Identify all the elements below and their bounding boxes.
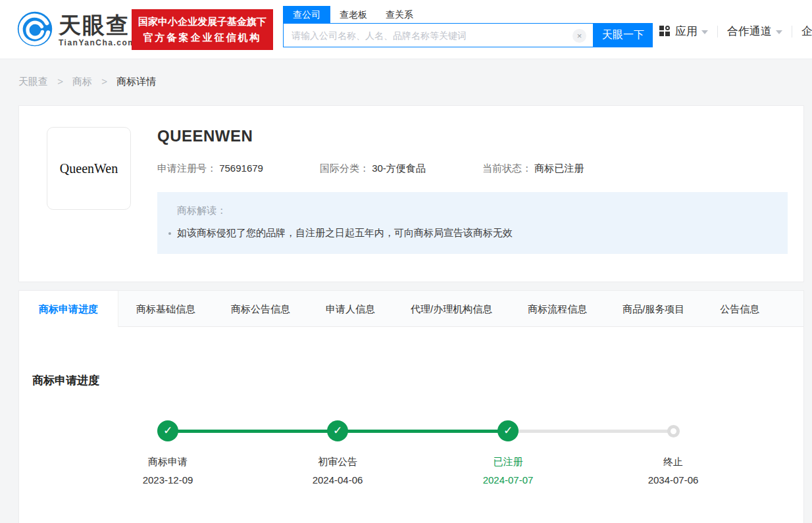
- pending-circle-icon: [667, 425, 680, 437]
- breadcrumb-separator: >: [57, 76, 63, 87]
- logo-domain: TianYanCha.com: [59, 38, 136, 47]
- trademark-summary-card: QueenWen QUEENWEN 申请注册号： 75691679 国际分类： …: [18, 105, 804, 282]
- timeline-step-termination: 终止 2034-07-06: [607, 456, 739, 486]
- divider: [717, 26, 718, 37]
- step-label: 商标申请: [102, 456, 234, 468]
- field-label: 申请注册号：: [157, 162, 216, 174]
- logo-brand: 天眼查: [59, 13, 136, 37]
- nav-enterprise[interactable]: 企: [801, 24, 812, 39]
- trademark-name: QUEENWEN: [157, 127, 788, 145]
- breadcrumb-bar: 天眼查 > 商标 > 商标详情: [0, 59, 812, 105]
- nav-cooperation[interactable]: 合作通道: [727, 24, 782, 39]
- field-label: 当前状态：: [482, 162, 532, 174]
- timeline-step-preliminary: 初审公告 2024-04-06: [272, 456, 403, 486]
- progress-timeline: ✓ ✓ ✓ 商标申请 2023-12-09 初审公告 2024-04-06 已注…: [32, 420, 803, 503]
- timeline-segment-pending: [508, 430, 673, 433]
- header-nav: 应用 合作通道 企: [659, 24, 812, 39]
- field-registration-number: 申请注册号： 75691679: [157, 162, 320, 175]
- badge-line1: 国家中小企业发展子基金旗下: [138, 14, 266, 30]
- nav-enterprise-label: 企: [801, 24, 812, 39]
- tab-announcement-info[interactable]: 商标公告信息: [213, 291, 308, 326]
- tianyancha-logo-icon: [16, 11, 53, 50]
- site-header: 天眼查 TianYanCha.com 国家中小企业发展子基金旗下 官方备案企业征…: [0, 0, 812, 59]
- timeline-step-registered: 已注册 2024-07-07: [442, 456, 574, 486]
- field-label: 国际分类：: [320, 162, 369, 174]
- trademark-detail-card: 商标申请进度 商标基础信息 商标公告信息 申请人信息 代理/办理机构信息 商标流…: [18, 290, 804, 523]
- nav-apps-label: 应用: [675, 24, 698, 39]
- certification-badge: 国家中小企业发展子基金旗下 官方备案企业征信机构: [132, 9, 273, 50]
- tab-agency-info[interactable]: 代理/办理机构信息: [393, 291, 510, 326]
- step-label: 已注册: [442, 456, 574, 468]
- search-tabs: 查公司 查老板 查关系: [283, 6, 653, 23]
- detail-tabstrip: 商标申请进度 商标基础信息 商标公告信息 申请人信息 代理/办理机构信息 商标流…: [19, 291, 803, 327]
- step-date: 2024-07-07: [442, 474, 574, 486]
- chevron-down-icon: [701, 30, 708, 34]
- trademark-fields: 申请注册号： 75691679 国际分类： 30-方便食品 当前状态： 商标已注…: [157, 162, 788, 175]
- tab-applicant-info[interactable]: 申请人信息: [308, 291, 393, 326]
- check-circle-icon: ✓: [327, 420, 348, 441]
- trademark-image: QueenWen: [47, 127, 131, 210]
- breadcrumb: 天眼查 > 商标 > 商标详情: [18, 76, 812, 88]
- step-label: 终止: [607, 456, 739, 468]
- breadcrumb-current: 商标详情: [116, 76, 156, 87]
- timeline-segment-done: [168, 430, 338, 433]
- tab-gazette-info[interactable]: 公告信息: [702, 291, 777, 326]
- search-area: 查公司 查老板 查关系 × 天眼一下: [283, 6, 653, 47]
- tab-goods-services[interactable]: 商品/服务项目: [605, 291, 702, 326]
- field-value: 商标已注册: [534, 162, 584, 174]
- tianyancha-logo[interactable]: 天眼查 TianYanCha.com: [16, 11, 136, 50]
- clear-icon[interactable]: ×: [572, 29, 586, 43]
- apps-grid-icon: [659, 26, 671, 37]
- step-date: 2024-04-06: [272, 474, 403, 486]
- timeline-segment-done: [338, 430, 508, 433]
- timeline-step-application: 商标申请 2023-12-09: [102, 456, 234, 486]
- check-circle-icon: ✓: [497, 420, 519, 441]
- field-value: 30-方便食品: [372, 162, 426, 174]
- nav-cooperation-label: 合作通道: [727, 24, 772, 39]
- progress-panel: 商标申请进度 ✓ ✓ ✓ 商标申请 2023-12-09 初审公告 2024-0…: [19, 327, 803, 523]
- badge-line2: 官方备案企业征信机构: [143, 30, 262, 45]
- nav-apps[interactable]: 应用: [659, 24, 708, 39]
- tab-application-progress[interactable]: 商标申请进度: [19, 291, 118, 327]
- trademark-interpretation-box: 商标解读： 如该商标侵犯了您的品牌，自注册之日起五年内，可向商标局宣告该商标无效: [157, 192, 788, 254]
- tab-process-info[interactable]: 商标流程信息: [510, 291, 605, 326]
- logo-text: 天眼查 TianYanCha.com: [59, 13, 136, 47]
- breadcrumb-home[interactable]: 天眼查: [18, 76, 48, 87]
- search-tab-boss[interactable]: 查老板: [330, 6, 376, 23]
- interpretation-title: 商标解读：: [177, 205, 774, 217]
- search-tab-relation[interactable]: 查关系: [376, 6, 422, 23]
- breadcrumb-separator: >: [101, 76, 107, 87]
- field-value: 75691679: [219, 162, 263, 174]
- search-tab-company[interactable]: 查公司: [283, 6, 330, 23]
- step-label: 初审公告: [272, 456, 403, 468]
- step-date: 2023-12-09: [102, 474, 234, 486]
- divider: [792, 26, 792, 37]
- bullet-dot-icon: [168, 232, 171, 235]
- breadcrumb-trademark[interactable]: 商标: [72, 76, 92, 87]
- search-button[interactable]: 天眼一下: [594, 23, 653, 47]
- step-date: 2034-07-06: [607, 474, 739, 486]
- progress-title: 商标申请进度: [32, 373, 803, 388]
- tab-basic-info[interactable]: 商标基础信息: [118, 291, 213, 326]
- search-input-wrap: ×: [283, 23, 594, 47]
- chevron-down-icon: [776, 30, 782, 34]
- field-international-class: 国际分类： 30-方便食品: [320, 162, 482, 175]
- interpretation-text: 如该商标侵犯了您的品牌，自注册之日起五年内，可向商标局宣告该商标无效: [177, 227, 513, 239]
- interpretation-bullet: 如该商标侵犯了您的品牌，自注册之日起五年内，可向商标局宣告该商标无效: [177, 227, 774, 239]
- field-current-status: 当前状态： 商标已注册: [482, 162, 645, 175]
- trademark-image-text: QueenWen: [60, 161, 118, 176]
- check-circle-icon: ✓: [157, 420, 178, 441]
- search-input[interactable]: [284, 24, 593, 47]
